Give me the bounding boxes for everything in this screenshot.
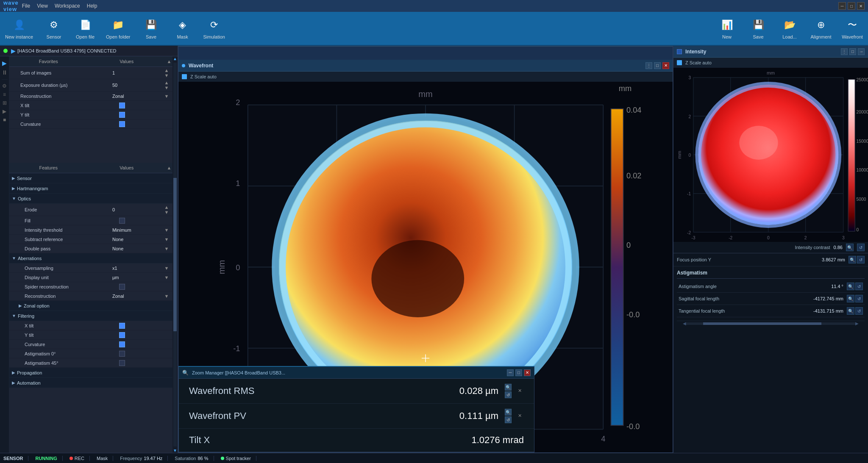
nav-chart[interactable]: ≡ xyxy=(3,91,6,97)
zoom-pv-close[interactable]: ✕ xyxy=(518,413,524,419)
sensor-icon: ⚙ xyxy=(46,17,61,33)
fav-ytilt-checkbox[interactable] xyxy=(119,112,125,118)
nav-stop[interactable]: ⏸ xyxy=(2,69,8,76)
toolbar-save[interactable]: 💾 Save xyxy=(141,17,162,39)
filter-astig0-checkbox[interactable] xyxy=(119,351,125,357)
focus-search-btn[interactable]: 🔍 xyxy=(849,256,856,263)
section-aberrations[interactable]: ▼ Aberrations xyxy=(9,253,172,263)
fav-exposure-arrow[interactable]: ▲▼ xyxy=(163,80,170,90)
astig-tangential-search-btn[interactable]: 🔍 xyxy=(847,307,854,315)
menu-file[interactable]: File xyxy=(22,3,30,9)
prop-erode-arrow[interactable]: ▲▼ xyxy=(163,205,170,215)
prop-fill-checkbox[interactable] xyxy=(119,218,125,224)
section-automation[interactable]: ▶ Automation xyxy=(9,378,172,388)
section-sensor[interactable]: ▶ Sensor xyxy=(9,173,172,183)
astig-angle-reset-btn[interactable]: ↺ xyxy=(855,283,863,290)
toolbar-open-folder[interactable]: 📁 Open folder xyxy=(106,17,130,39)
nav-settings[interactable]: ⚙ xyxy=(2,83,7,89)
prop-recon-value: Zonal xyxy=(112,294,163,299)
zoom-pv-reset[interactable]: ↺ xyxy=(505,416,512,423)
filter-ytilt-checkbox[interactable] xyxy=(119,332,125,338)
toolbar-new[interactable]: 📊 New xyxy=(716,17,737,39)
fav-sum-arrow[interactable]: ▲▼ xyxy=(163,68,170,78)
nav-stop2[interactable]: ■ xyxy=(3,117,6,123)
section-filtering[interactable]: ▼ Filtering xyxy=(9,311,172,321)
features-scroll[interactable]: ▲ xyxy=(166,165,172,170)
toolbar-mask[interactable]: ◈ Mask xyxy=(172,17,193,39)
toolbar-wavefront[interactable]: 〜 Wavefront xyxy=(842,17,863,39)
nav-arrow-right[interactable]: ▶ xyxy=(3,108,6,114)
filter-curv-checkbox[interactable] xyxy=(119,341,125,347)
menu-view[interactable]: View xyxy=(37,3,48,9)
save-icon: 💾 xyxy=(144,17,159,33)
mask-label: Mask xyxy=(177,34,188,39)
scroll-left-arrow[interactable]: ◀ xyxy=(683,321,686,326)
section-propagation[interactable]: ▶ Propagation xyxy=(9,368,172,378)
fav-exposure-label: Exposure duration (µs) xyxy=(12,83,112,88)
scrollbar-thumb[interactable] xyxy=(703,322,821,325)
zoom-maximize[interactable]: □ xyxy=(515,369,522,376)
fav-xtilt-checkbox[interactable] xyxy=(119,103,125,108)
prop-erode-value[interactable]: 0 xyxy=(112,207,163,212)
astig-sagittal-search-btn[interactable]: 🔍 xyxy=(847,295,854,302)
section-zonal-option[interactable]: ▶ Zonal option xyxy=(9,301,172,311)
intensity-contrast-search[interactable]: 🔍 xyxy=(846,244,854,251)
svg-text:-1: -1 xyxy=(233,344,240,353)
toolbar-sensor[interactable]: ⚙ Sensor xyxy=(43,17,64,39)
prop-sub-ref-arrow[interactable]: ▼ xyxy=(163,237,170,242)
toolbar-save-right[interactable]: 💾 Save xyxy=(748,17,769,39)
prop-spider-checkbox[interactable] xyxy=(119,284,125,290)
section-optics[interactable]: ▼ Optics xyxy=(9,194,172,204)
intensity-maximize-button[interactable]: □ xyxy=(849,48,856,55)
favorites-scroll[interactable]: ▲ xyxy=(166,59,172,64)
menu-help[interactable]: Help xyxy=(87,3,97,9)
fav-recon-arrow[interactable]: ▼ xyxy=(163,94,170,99)
fav-xtilt-label: X tilt xyxy=(12,103,119,108)
zoom-close[interactable]: ✕ xyxy=(524,369,531,376)
toolbar-alignment[interactable]: ⊕ Alignment xyxy=(810,17,832,39)
intensity-zscale-label[interactable]: Z Scale auto xyxy=(685,60,712,65)
wavefront-maximize-button[interactable]: □ xyxy=(654,62,661,69)
scrollbar-track[interactable] xyxy=(686,322,855,325)
wavefront-zscale-label[interactable]: Z Scale auto xyxy=(190,74,217,79)
fav-sum-value[interactable]: 1 xyxy=(112,70,163,75)
scroll-right-arrow[interactable]: ▶ xyxy=(855,321,859,326)
zoom-rms-close[interactable]: ✕ xyxy=(518,388,524,394)
maximize-button[interactable]: □ xyxy=(848,2,855,10)
intensity-contrast-reset[interactable]: ↺ xyxy=(857,244,865,251)
sidebar-scrollbar[interactable]: ▲ ▼ xyxy=(172,56,178,453)
intensity-menu-icon[interactable]: ⋮ xyxy=(841,48,848,55)
focus-reset-btn[interactable]: ↺ xyxy=(857,256,865,263)
close-button[interactable]: ✕ xyxy=(857,2,865,10)
prop-recon-arrow[interactable]: ▼ xyxy=(163,294,170,299)
prop-display-unit-arrow[interactable]: ▼ xyxy=(163,275,170,280)
astig-angle-search-btn[interactable]: 🔍 xyxy=(847,283,854,290)
astig-tangential-reset-btn[interactable]: ↺ xyxy=(855,307,863,315)
filter-astig45-checkbox[interactable] xyxy=(119,360,125,366)
astig-sagittal-reset-btn[interactable]: ↺ xyxy=(855,295,863,302)
toolbar-simulation[interactable]: ⟳ Simulation xyxy=(203,17,225,39)
toolbar-new-instance[interactable]: 👤 New instance xyxy=(5,17,33,39)
zoom-rms-search[interactable]: 🔍 xyxy=(505,384,512,391)
nav-grid[interactable]: ⊞ xyxy=(3,100,7,106)
zoom-title-text: Zoom Manager [[HASO4 BroadBand USB3... xyxy=(192,370,504,375)
filter-xtilt-checkbox[interactable] xyxy=(119,323,125,329)
minimize-button[interactable]: ─ xyxy=(838,2,846,10)
wavefront-menu-icon[interactable]: ⋮ xyxy=(645,62,652,69)
wavefront-close-button[interactable]: ✕ xyxy=(662,62,669,69)
section-hartmanngram[interactable]: ▶ Hartmanngram xyxy=(9,183,172,194)
fav-exposure-value[interactable]: 50 xyxy=(112,83,163,88)
zoom-rms-reset[interactable]: ↺ xyxy=(505,391,512,398)
zoom-pv-search[interactable]: 🔍 xyxy=(505,409,512,416)
toolbar-open-file[interactable]: 📄 Open file xyxy=(75,17,96,39)
menu-workspace[interactable]: Workspace xyxy=(55,3,80,9)
prop-oversampling-arrow[interactable]: ▼ xyxy=(163,266,170,271)
toolbar-load[interactable]: 📂 Load... xyxy=(779,17,800,39)
svg-text:20000: 20000 xyxy=(857,110,868,114)
fav-curv-checkbox[interactable] xyxy=(119,121,125,127)
intensity-close-button[interactable]: → xyxy=(858,48,865,55)
prop-double-pass-arrow[interactable]: ▼ xyxy=(163,246,170,251)
zoom-minimize[interactable]: ─ xyxy=(507,369,514,376)
nav-play[interactable]: ▶ xyxy=(2,60,7,67)
prop-int-thresh-arrow[interactable]: ▼ xyxy=(163,227,170,233)
